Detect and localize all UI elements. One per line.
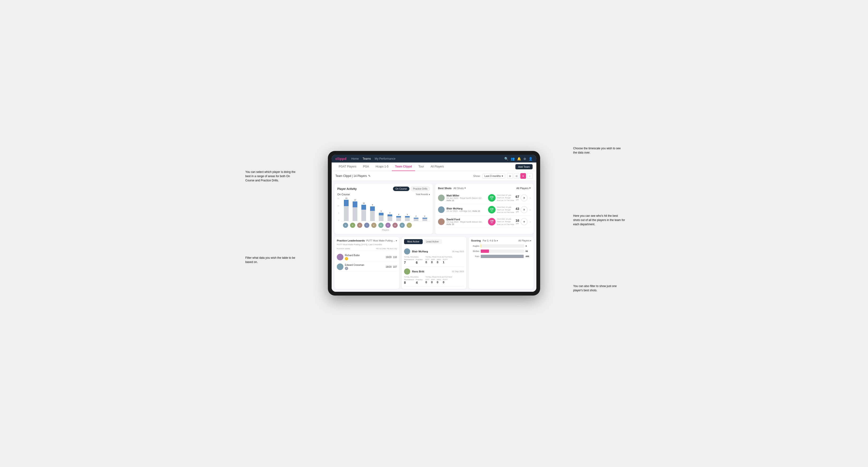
view-sort-icon[interactable]: ↕ [527,173,533,179]
practice-dropdown[interactable]: PUTT Must Make Putting ... ▾ [366,239,397,242]
shot-badge-blair: 200 SG [488,206,496,214]
leaderboard-row-2[interactable]: Edward Crossman 2 18/20 107 [337,262,397,272]
shot-detail-text-matt: Shot Dist: 67 ydsStart Lie: RoughEnd Lie… [497,194,514,202]
bar-chart-container: 13 12 [341,198,430,231]
annotation-filter: Filter what data you wish the table to b… [245,256,297,264]
player-activity-title: Player Activity [337,187,356,191]
lb-avatar-edward [337,263,343,270]
pa-avatar-blair [404,248,410,254]
chevron-right-blair: › [530,208,531,212]
profile-icon[interactable]: 👤 [529,157,533,161]
pa-rounds-blair: Total Rounds Tournament 7 Practice 6 [404,256,423,264]
scoring-bar-track-eagles [481,244,524,248]
search-icon[interactable]: 🔍 [504,157,508,161]
scoring-bar-val-birdies: 96 [526,250,531,252]
player-activity-card: Player Activity On Course Practice Drill… [335,184,433,234]
scoring-header: Scoring Par 3, 4 & 5s ▾ All Players ▾ [471,239,531,242]
tab-pgat-players[interactable]: PGAT Players [335,162,360,171]
shots-all-dropdown[interactable]: All Shots ▾ [453,187,466,190]
view-grid-icon[interactable]: ⊞ [507,173,513,179]
pill-practice-drills[interactable]: Practice Drills [410,187,430,191]
pa-name-blair: Blair McHarg [412,250,450,253]
practice-subtitle: PUTT Must Make Putting (3-6 ft), Last 3 … [337,243,397,246]
bar-ecrossman [414,218,418,221]
tab-team-clippd[interactable]: Team Clippd [392,162,415,171]
best-shots-card: Best Shots All Shots ▾ All Players ▾ [435,184,533,234]
chart-avatars: B R D J E O R M E L [341,221,430,228]
rank-badge-2: 2 [345,267,348,270]
avatar-obillingham: O [378,223,383,228]
practice-leaderboards-card: Practice Leaderboards PUTT Must Make Put… [335,237,399,289]
people-icon[interactable]: 👥 [511,157,515,161]
annotation-player-select: You can select which player is doing the… [245,170,297,183]
chart-filter-dropdown[interactable]: Total Rounds ▾ [415,193,430,196]
lb-avatar-richard [337,254,343,260]
rank-badge-1: 1 [345,257,348,260]
pa-activities-rees: Total Practice Activities GTT 0 APP 0 [426,276,452,284]
tab-hcaps[interactable]: Hcaps 1-5 [372,162,392,171]
scoring-bar-eagles: Eagles 3 [471,244,531,248]
pa-activities-blair: Total Practice Activities GTT 0 APP 0 [426,256,452,264]
scoring-dropdown-par[interactable]: Par 3, 4 & 5s ▾ [483,239,498,242]
pa-rounds-rees: Total Rounds Tournament 8 Practice 4 [404,276,423,284]
sub-nav: PGAT Players PGA Hcaps 1-5 Team Clippd T… [332,162,536,171]
chart-area: 15 10 5 0 13 [337,198,430,231]
tab-least-active[interactable]: Least Active [423,239,442,244]
show-dropdown[interactable]: Last 3 months ▾ [483,174,505,179]
add-team-button[interactable]: Add Team [516,164,533,169]
all-players-dropdown[interactable]: All Players ▾ [516,187,531,190]
chevron-down-icon-scoring: ▾ [497,239,498,242]
chevron-down-icon-practice: ▾ [396,239,397,242]
player-info-matt-miller: Matt Miller 09 Jun 2023 · Royal North De… [446,194,486,201]
bar-group-eebert: 5 [378,210,384,221]
shot-badge-david: 198 SG [488,218,496,225]
nav-link-teams[interactable]: Teams [363,157,371,160]
bar-group-lrobertson: 2 [421,215,428,221]
player-info-blair-mcharg: Blair McHarg 23 Jul 2023 · Ashridge GC, … [446,207,486,212]
lb-avg-edward: 107 [393,266,397,268]
shot-rows: Matt Miller 09 Jun 2023 · Royal North De… [438,192,531,228]
scoring-bar-fill-pars [481,255,524,258]
pill-on-course[interactable]: On Course [393,187,409,191]
view-heart-icon[interactable]: ♥ [520,173,526,179]
scoring-bar-birdies: Birdies 96 [471,250,531,253]
annotation-best-shots: Here you can see who's hit the best shot… [573,214,625,226]
lb-avg-richard: 110 [393,256,397,258]
scoring-bar-track-birdies [481,250,524,253]
tab-all-players[interactable]: All Players [427,162,447,171]
shot-stat2-matt: 0 [521,194,528,201]
chevron-down-icon: ▾ [502,175,503,178]
bar-bmcharg [344,200,349,221]
tab-most-active[interactable]: Most Active [404,239,423,244]
edit-icon[interactable]: ✎ [368,174,371,178]
avatar-david-ford [438,218,445,225]
scoring-dropdown-all-players[interactable]: All Players ▾ [519,239,531,242]
shot-details-matt: 200 SG Shot Dist: 67 ydsStart Lie: Rough… [488,194,528,202]
bell-icon[interactable]: 🔔 [517,157,521,161]
shot-badge-matt: 200 SG [488,194,496,201]
leaderboard-row-1[interactable]: Richard Butler 1 19/20 110 [337,252,397,262]
shot-row-matt-miller[interactable]: Matt Miller 09 Jun 2023 · Royal North De… [438,192,531,204]
nav-link-home[interactable]: Home [351,157,359,160]
avatar-matt-miller [438,195,445,201]
main-content: Player Activity On Course Practice Drill… [332,181,536,237]
annotation-timescale: Choose the timescale you wish to see the… [573,146,625,155]
annotation-filter-player: You can also filter to show just one pla… [573,284,625,292]
tab-tour[interactable]: Tour [415,162,427,171]
shot-stat1-matt: 67 yds [516,195,519,201]
avatar-dford: D [357,223,362,228]
nav-link-performance[interactable]: My Performance [375,157,396,160]
tab-pga[interactable]: PGA [360,162,372,171]
add-icon[interactable]: ⊕ [523,157,526,161]
bar-group-dford: 10 [361,202,367,221]
pa-date-blair: 26 Aug 2023 [452,250,464,253]
avatar-mmiller: M [393,223,398,228]
view-list-icon[interactable]: ⊟ [514,173,519,179]
scoring-bar-fill-birdies [481,250,489,253]
player-activity-header: Player Activity On Course Practice Drill… [337,187,430,191]
chevron-down-icon-scoring2: ▾ [530,239,531,242]
shot-row-blair-mcharg[interactable]: Blair McHarg 23 Jul 2023 · Ashridge GC, … [438,204,531,216]
shot-row-david-ford[interactable]: David Ford 24 Aug 2023 · Royal North Dev… [438,216,531,228]
shots-tab-best[interactable]: Best Shots [438,187,452,190]
avatar-rbritt: R [350,223,355,228]
